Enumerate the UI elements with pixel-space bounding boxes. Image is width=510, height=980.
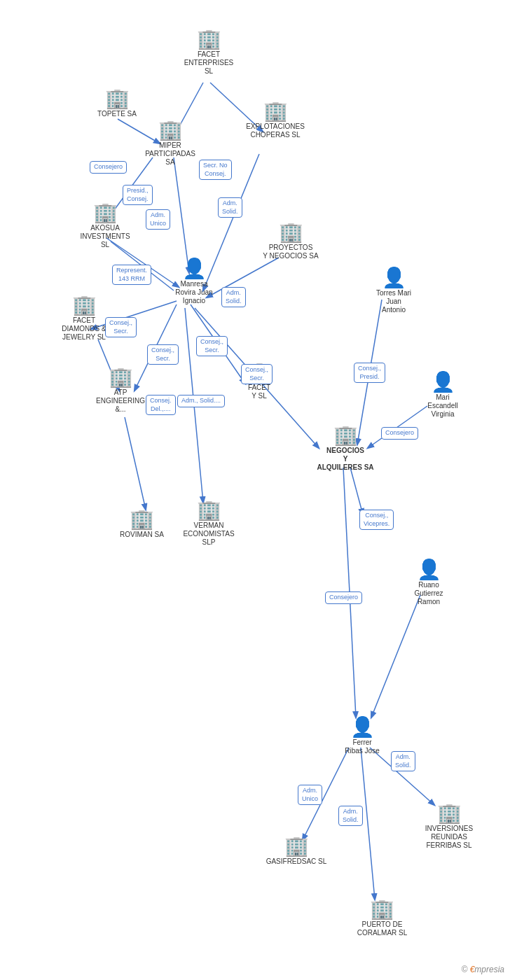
badge-consej-secr-3: Consej.,Secr.: [196, 336, 228, 356]
label-facet-y: FACETY SL: [248, 384, 270, 400]
building-icon-akosua: 🏢: [93, 203, 118, 223]
building-icon-roviman: 🏢: [130, 510, 154, 529]
label-puerto: PUERTO DECORALMAR SL: [357, 920, 408, 937]
label-torres: Torres MariJuanAntonio: [376, 289, 411, 314]
person-icon-ferrer: 👤: [350, 718, 375, 737]
svg-line-19: [371, 595, 420, 718]
label-proyectos: PROYECTOSY NEGOCIOS SA: [263, 244, 318, 260]
node-atp: 🏢 ATPENGINEERING&...: [92, 368, 149, 414]
svg-line-23: [361, 748, 375, 899]
svg-line-16: [125, 417, 146, 510]
label-mari-escandell: MariEscandellVirginia: [427, 393, 457, 419]
badge-represent: Represent.143 RRM: [112, 265, 151, 285]
label-ferrer: FerrerRibas Jose: [345, 738, 379, 755]
label-ruano: RuanoGutierrezRamon: [414, 581, 443, 606]
building-icon-topete: 🏢: [105, 89, 130, 108]
label-negocios: NEGOCIOSYALQUILERES SA: [317, 447, 373, 472]
node-facet-enterprises: 🏢 FACETENTERPRISES SL: [181, 29, 237, 76]
badge-consej-secr-2: Consej.,Secr.: [147, 344, 179, 365]
building-icon-gasifredsac: 🏢: [284, 836, 309, 856]
building-icon-explotaciones: 🏢: [263, 102, 288, 121]
node-manresa: 👤 ManresaRovira JuanIgnacio: [166, 259, 222, 305]
label-gasifredsac: GASIFREDSAC SL: [266, 858, 327, 866]
badge-consej-presid: Consej.,Presid.: [354, 363, 385, 383]
badge-consej-del: Consej.Del.,....: [146, 395, 176, 415]
building-icon-negocios: 🏢: [333, 426, 358, 445]
label-atp: ATPENGINEERING&...: [96, 388, 145, 414]
node-roviman: 🏢 ROVIMAN SA: [116, 510, 168, 539]
building-icon-atp: 🏢: [109, 368, 133, 387]
building-icon-verman: 🏢: [197, 500, 221, 520]
badge-adm-solid-ferrer-1: Adm.Solid.: [391, 751, 415, 771]
node-mari-escandell: 👤 MariEscandellVirginia: [415, 372, 471, 419]
badge-consej-secr-4: Consej.,Secr.: [241, 364, 273, 384]
label-topete: TOPETE SA: [97, 110, 137, 118]
node-torres: 👤 Torres MariJuanAntonio: [366, 268, 422, 314]
svg-line-4: [174, 158, 189, 273]
label-miper: MIPERPARTICIPADAS SA: [142, 141, 198, 167]
label-akosua: AKOSUAINVESTMENTS SL: [77, 224, 133, 249]
badge-adm-unico-1: Adm.Unico: [146, 209, 170, 230]
node-miper: 🏢 MIPERPARTICIPADAS SA: [142, 120, 198, 167]
badge-adm-solid-1: Adm.Solid.: [218, 197, 242, 218]
person-icon-torres: 👤: [382, 268, 406, 288]
badge-adm-solid-ferrer-2: Adm.Solid.: [338, 806, 363, 826]
person-icon-manresa: 👤: [182, 259, 207, 279]
badge-consejero-topete: Consejero: [90, 161, 127, 174]
badge-presid-consej: Presid.,Consej.: [123, 185, 153, 205]
badge-consejero-ruano: Consejero: [325, 592, 362, 604]
label-facet-diamonds: FACETDIAMONDS &JEWELRY SL: [62, 316, 106, 342]
badge-consejero-mari: Consejero: [381, 427, 418, 440]
badge-consej-secr-1: Consej.,Secr.: [105, 317, 137, 337]
node-inversiones: 🏢 INVERSIONESREUNIDASFERRIBAS SL: [418, 804, 481, 850]
label-inversiones: INVERSIONESREUNIDASFERRIBAS SL: [425, 825, 473, 850]
svg-line-18: [350, 468, 363, 514]
badge-secr-no-consej: Secr. NoConsej.: [199, 160, 232, 180]
label-manresa: ManresaRovira JuanIgnacio: [175, 280, 212, 305]
badge-adm-solid-2: Adm.Solid.: [221, 287, 246, 307]
person-icon-ruano: 👤: [417, 560, 441, 580]
node-negocios: 🏢 NEGOCIOSYALQUILERES SA: [314, 426, 377, 472]
building-icon-proyectos: 🏢: [279, 223, 303, 242]
building-icon-inversiones: 🏢: [437, 804, 462, 823]
building-icon-facet-enterprises: 🏢: [197, 29, 221, 49]
node-topete: 🏢 TOPETE SA: [92, 89, 142, 118]
node-explotaciones: 🏢 EXPLOTACIONESCHOPERAS SL: [244, 102, 307, 139]
node-akosua: 🏢 AKOSUAINVESTMENTS SL: [77, 203, 133, 249]
node-gasifredsac: 🏢 GASIFREDSAC SL: [265, 836, 328, 866]
building-icon-puerto: 🏢: [370, 899, 394, 919]
node-ferrer: 👤 FerrerRibas Jose: [334, 718, 390, 755]
person-icon-mari-escandell: 👤: [431, 372, 455, 392]
badge-adm-unico-ferrer: Adm.Unico: [298, 785, 322, 805]
building-icon-miper: 🏢: [158, 120, 183, 140]
badge-adm-solid-del: Adm., Solid....: [177, 395, 225, 407]
node-proyectos: 🏢 PROYECTOSY NEGOCIOS SA: [259, 223, 322, 260]
node-ruano: 👤 RuanoGutierrezRamon: [401, 560, 457, 606]
watermark: © €mpresia: [461, 965, 504, 974]
node-verman: 🏢 VERMANECONOMISTASSLP: [181, 500, 237, 547]
label-facet-enterprises: FACETENTERPRISES SL: [181, 50, 237, 76]
label-verman: VERMANECONOMISTASSLP: [183, 522, 234, 547]
label-explotaciones: EXPLOTACIONESCHOPERAS SL: [246, 122, 305, 139]
building-icon-facet-diamonds: 🏢: [72, 295, 97, 315]
node-puerto: 🏢 PUERTO DECORALMAR SL: [352, 899, 412, 937]
badge-consej-vicepres: Consej.,Vicepres.: [359, 510, 394, 530]
label-roviman: ROVIMAN SA: [120, 531, 164, 539]
